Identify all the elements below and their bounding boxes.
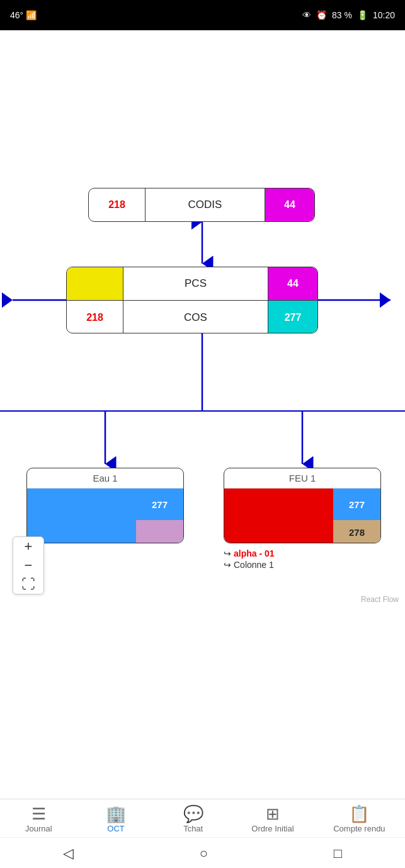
arrows-svg (0, 30, 405, 661)
nav-item-ordre-initial[interactable]: ⊞ Ordre Initial (251, 806, 294, 833)
eau1-value: 277 (136, 489, 183, 520)
oct-icon: 🏢 (106, 806, 126, 822)
codis-right-value: 44 (265, 188, 314, 221)
alpha-arrow-icon: ↪ (224, 548, 231, 558)
oct-label: OCT (107, 824, 124, 833)
pcs-right-value: 44 (268, 267, 317, 300)
ordre-icon: ⊞ (266, 806, 280, 822)
tchat-icon: 💬 (183, 806, 203, 822)
horizontal-connector-line (0, 410, 405, 412)
compte-rendu-icon: 📋 (349, 806, 369, 822)
journal-icon: ☰ (31, 806, 46, 822)
cos-label: COS (123, 301, 268, 333)
compte-rendu-label: Compte rendu (333, 824, 385, 833)
feu1-sub-labels: ↪ alpha - 01 ↪ Colonne 1 (224, 547, 275, 570)
cos-right-value: 277 (268, 301, 317, 333)
eau1-node[interactable]: Eau 1 277 (26, 468, 184, 543)
feu1-value-277: 277 (333, 489, 380, 520)
pcs-label: PCS (123, 267, 268, 300)
bottom-navigation: ☰ Journal 🏢 OCT 💬 Tchat ⊞ Ordre Initial … (0, 799, 405, 868)
codis-left-value: 218 (89, 188, 145, 221)
canvas-area: 218 CODIS 44 PCS 44 218 COS (0, 30, 405, 780)
pcs-yellow-block (67, 267, 123, 300)
feu1-label: FEU 1 (224, 468, 380, 489)
zoom-controls: + − ⛶ (13, 536, 44, 594)
zoom-fit-button[interactable]: ⛶ (18, 577, 38, 591)
status-bar: 46° 📶 👁 ⏰ 83 % 🔋 10:20 (0, 0, 405, 30)
back-button[interactable]: ◁ (63, 845, 74, 862)
zoom-out-button[interactable]: − (18, 558, 38, 572)
alarm-icon: ⏰ (316, 10, 327, 20)
battery-icon: 🔋 (357, 10, 368, 20)
eau1-blue-block (27, 489, 136, 543)
feu1-body: 277 278 (224, 489, 380, 543)
signal-bars: 📶 (26, 10, 37, 20)
eau1-label: Eau 1 (27, 468, 183, 489)
cos-left-value: 218 (67, 301, 123, 333)
nav-item-oct[interactable]: 🏢 OCT (97, 806, 135, 833)
home-button[interactable]: ○ (200, 845, 208, 862)
feu1-colonne-label: ↪ Colonne 1 (224, 560, 275, 570)
pcs-cos-node[interactable]: PCS 44 218 COS 277 (66, 267, 318, 333)
eau1-right-col: 277 (136, 489, 183, 543)
tchat-label: Tchat (183, 824, 203, 833)
feu1-right-col: 277 278 (333, 489, 380, 543)
nav-item-compte-rendu[interactable]: 📋 Compte rendu (333, 806, 385, 833)
eau1-purple-block (136, 520, 183, 543)
cos-row: 218 COS 277 (67, 301, 317, 333)
journal-label: Journal (25, 824, 52, 833)
eye-icon: 👁 (302, 10, 311, 20)
recent-button[interactable]: □ (334, 845, 342, 862)
react-flow-watermark: React Flow (361, 595, 399, 604)
android-nav-bar: ◁ ○ □ (0, 837, 405, 868)
pcs-row: PCS 44 (67, 267, 317, 301)
signal-icon: 46° (10, 10, 23, 20)
nav-item-journal[interactable]: ☰ Journal (20, 806, 57, 833)
nav-item-tchat[interactable]: 💬 Tchat (174, 806, 212, 833)
feu1-value-278: 278 (333, 520, 380, 543)
feu1-alpha-label: ↪ alpha - 01 (224, 548, 275, 558)
zoom-in-button[interactable]: + (18, 540, 38, 553)
status-right: 👁 ⏰ 83 % 🔋 10:20 (302, 10, 395, 20)
nav-items-row: ☰ Journal 🏢 OCT 💬 Tchat ⊞ Ordre Initial … (0, 799, 405, 837)
battery-text: 83 % (332, 10, 352, 20)
eau1-body: 277 (27, 489, 183, 543)
colonne-arrow-icon: ↪ (224, 560, 231, 570)
codis-node[interactable]: 218 CODIS 44 (88, 188, 315, 222)
status-left: 46° 📶 (10, 10, 37, 20)
ordre-label: Ordre Initial (251, 824, 294, 833)
codis-center-label: CODIS (145, 188, 265, 221)
feu1-red-block (224, 489, 333, 543)
time-display: 10:20 (373, 10, 395, 20)
feu1-node[interactable]: FEU 1 277 278 (224, 468, 381, 543)
